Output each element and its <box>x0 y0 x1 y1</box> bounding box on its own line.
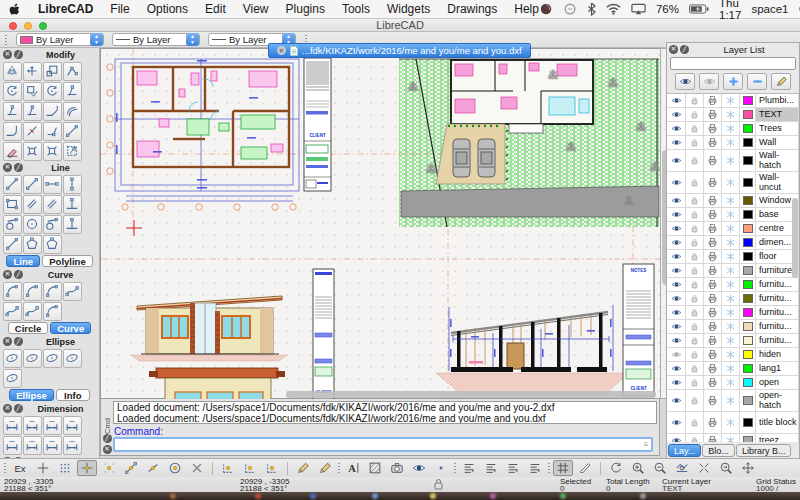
layer-visible-eye-icon[interactable] <box>667 362 686 376</box>
close-window-button[interactable] <box>9 22 17 30</box>
offset-button[interactable] <box>63 102 82 121</box>
layer-name[interactable]: furnitu... <box>756 334 799 348</box>
layer-construction-icon[interactable] <box>722 222 740 236</box>
layer-color-swatch[interactable] <box>740 122 756 136</box>
layer-color-swatch[interactable] <box>740 172 756 194</box>
dock-tab-lay[interactable]: Lay... <box>668 444 701 457</box>
drawing-canvas[interactable]: CLIENT <box>100 48 660 399</box>
layer-print-icon[interactable] <box>704 434 722 442</box>
remove-layer-button[interactable] <box>747 73 767 90</box>
line-tangent-circles-button[interactable] <box>23 215 42 234</box>
toolbar-grip[interactable] <box>337 462 341 474</box>
layer-construction-icon[interactable] <box>722 94 740 108</box>
photos-icon[interactable] <box>539 2 553 16</box>
fillet-button[interactable] <box>3 122 22 141</box>
attributes-button[interactable] <box>23 82 42 101</box>
layer-color-swatch[interactable] <box>740 320 756 334</box>
layer-print-icon[interactable] <box>704 320 722 334</box>
dim-leader-button[interactable] <box>63 436 82 455</box>
float-panel-button[interactable]: ╱ <box>14 163 23 172</box>
layer-row[interactable]: Trees <box>667 122 799 136</box>
edit-polyline-button[interactable] <box>63 122 82 141</box>
layer-lock-icon[interactable] <box>686 320 704 334</box>
float-console-button[interactable]: ╱ <box>103 434 112 443</box>
tab-circle[interactable]: Circle <box>8 322 48 334</box>
document-tab[interactable]: ✕ ...fdk/KIKAZI/work/2016/me and you/me … <box>268 43 531 58</box>
layer-row[interactable]: TEXT <box>667 108 799 122</box>
layer-construction-icon[interactable] <box>722 236 740 250</box>
zoom-pan-button[interactable] <box>738 460 758 476</box>
layer-print-icon[interactable] <box>704 362 722 376</box>
layer-construction-icon[interactable] <box>722 412 740 434</box>
rotate-two-button[interactable] <box>3 82 22 101</box>
layer-row[interactable]: base <box>667 208 799 222</box>
layer-row[interactable]: Wall-hatch <box>667 150 799 172</box>
command-options-icon[interactable]: ≡ <box>641 440 651 450</box>
visibility-button[interactable] <box>409 460 429 476</box>
battery-icon[interactable] <box>689 4 709 14</box>
eraser-button[interactable] <box>3 142 22 161</box>
layer-construction-icon[interactable] <box>722 172 740 194</box>
layer-print-icon[interactable] <box>704 348 722 362</box>
layer-print-icon[interactable] <box>704 334 722 348</box>
layer-row[interactable]: Window <box>667 194 799 208</box>
layer-hidden-eye-icon[interactable] <box>667 348 686 362</box>
layer-print-icon[interactable] <box>704 194 722 208</box>
layer-visible-eye-icon[interactable] <box>667 136 686 150</box>
float-panel-button[interactable]: ╱ <box>680 45 689 54</box>
layer-print-icon[interactable] <box>704 250 722 264</box>
snap-on-entity-button[interactable] <box>143 460 163 476</box>
layer-name[interactable]: Wall-uncut <box>756 172 799 194</box>
float-panel-button[interactable]: ╱ <box>14 337 23 346</box>
layer-lock-icon[interactable] <box>686 348 704 362</box>
layer-visible-eye-icon[interactable] <box>667 390 686 412</box>
layer-name[interactable]: Plumbi... <box>756 94 799 108</box>
close-document-icon[interactable]: ✕ <box>277 46 286 55</box>
layer-color-swatch[interactable] <box>740 390 756 412</box>
menu-item-help[interactable]: Help <box>514 2 539 16</box>
layer-color-swatch[interactable] <box>740 278 756 292</box>
zoom-window-button[interactable] <box>694 460 714 476</box>
layer-color-swatch[interactable] <box>740 150 756 172</box>
arc-parallel-button[interactable] <box>43 282 62 301</box>
layer-color-swatch[interactable] <box>740 250 756 264</box>
zoom-redraw-button[interactable] <box>606 460 626 476</box>
tab-ellipse[interactable]: Ellipse <box>9 389 54 401</box>
move-copy-button[interactable] <box>23 62 42 81</box>
layer-color-swatch[interactable] <box>740 222 756 236</box>
polygon-center-corner-button[interactable] <box>23 235 42 254</box>
close-panel-button[interactable]: ✕ <box>3 404 12 413</box>
layer-lock-icon[interactable] <box>686 94 704 108</box>
tab-line[interactable]: Line <box>6 255 40 267</box>
layer-color-swatch[interactable] <box>740 348 756 362</box>
layer-name[interactable]: open-hatch <box>756 390 799 412</box>
layer-visible-eye-icon[interactable] <box>667 172 686 194</box>
layer-name[interactable]: Wall-hatch <box>756 150 799 172</box>
layer-print-icon[interactable] <box>704 376 722 390</box>
dim-angular-button[interactable] <box>43 436 62 455</box>
menubar-clock[interactable]: Thu 1:17 <box>719 0 741 21</box>
toolbar-grip[interactable] <box>4 34 8 46</box>
layer-visible-eye-icon[interactable] <box>667 222 686 236</box>
line-tangent-point-button[interactable] <box>3 215 22 234</box>
layer-construction-icon[interactable] <box>722 150 740 172</box>
add-layer-button[interactable] <box>723 73 743 90</box>
freehand-line-button[interactable] <box>23 302 42 321</box>
layer-color-swatch[interactable] <box>740 292 756 306</box>
layer-color-swatch[interactable] <box>740 376 756 390</box>
layer-color-swatch[interactable] <box>740 306 756 320</box>
layer-visible-eye-icon[interactable] <box>667 376 686 390</box>
layer-lock-icon[interactable] <box>686 376 704 390</box>
layer-name[interactable]: TEXT <box>756 108 799 122</box>
layer-scrollbar-thumb[interactable] <box>792 198 798 278</box>
layer-lock-icon[interactable] <box>686 236 704 250</box>
menu-item-tools[interactable]: Tools <box>342 2 370 16</box>
layer-lock-icon[interactable] <box>686 278 704 292</box>
camera-button[interactable] <box>387 460 407 476</box>
order-lower-button[interactable] <box>525 460 545 476</box>
layer-row[interactable]: Wall-uncut <box>667 172 799 194</box>
hatch-button[interactable] <box>365 460 385 476</box>
layer-print-icon[interactable] <box>704 236 722 250</box>
line-tangent-orthogonal-button[interactable] <box>43 215 62 234</box>
dim-radial-button[interactable] <box>3 436 22 455</box>
